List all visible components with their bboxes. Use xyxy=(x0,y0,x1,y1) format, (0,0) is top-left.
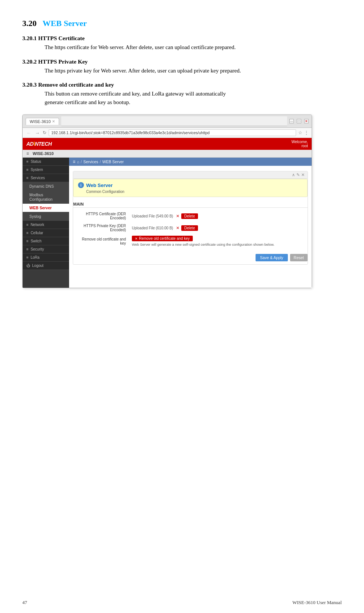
sidebar-label-switch: ≡ Switch xyxy=(26,239,42,243)
subsection-body-line2-3203: generate certificate and key as bootup. xyxy=(45,99,130,105)
sidebar-label-network: ≡ Network xyxy=(26,223,44,227)
manual-title: WISE-3610 User Manual xyxy=(292,600,342,606)
breadcrumb-services: Services xyxy=(83,159,98,164)
table-row-key: HTTPS Private Key (DER Encoded) Uploaded… xyxy=(73,222,308,234)
app-body: ≡ Status ≡ System ≡ Services Dynamic DNS… xyxy=(23,158,312,288)
sidebar-label-services: ≡ Services xyxy=(26,176,45,180)
breadcrumb-sep-2: / xyxy=(100,159,101,164)
subsection-heading-3201: 3.20.1 HTTPS Certificate xyxy=(22,35,342,42)
sidebar-item-modbus[interactable]: Modbus Configuration xyxy=(23,191,69,204)
browser-window-controls: — □ ✕ xyxy=(289,119,309,123)
edit-icon[interactable]: ✎ xyxy=(296,172,300,177)
browser-minimize-btn[interactable]: — xyxy=(289,119,294,123)
section-number: 3.20 xyxy=(22,19,37,28)
app-subheader: ≡ WISE-3610 xyxy=(23,150,312,158)
remove-value: ✕ Remove old certificate and key Web Ser… xyxy=(129,234,308,248)
back-arrow-icon[interactable]: ← xyxy=(26,130,32,136)
sidebar-item-dynamic-dns[interactable]: Dynamic DNS xyxy=(23,182,69,191)
close-box-icon[interactable]: ✕ xyxy=(301,172,305,177)
browser-window: WISE-3610 ✕ — □ ✕ ← → ↻ 192.168.1.1/cgi-… xyxy=(22,114,312,288)
key-delete-button[interactable]: Delete xyxy=(181,225,198,231)
breadcrumb-web-server: WEB Server xyxy=(102,159,124,164)
section-title: WEB Server xyxy=(43,19,87,28)
refresh-icon[interactable]: ↻ xyxy=(43,130,46,135)
cert-file-info: Uploaded File (549.00 B) xyxy=(132,214,173,218)
cert-delete-button[interactable]: Delete xyxy=(181,213,198,219)
browser-navbar: ← → ↻ 192.168.1.1/cgi-bin/luci/;stok=870… xyxy=(23,128,312,138)
sidebar-item-network[interactable]: ≡ Network xyxy=(23,221,69,229)
app-header: AD\NTECH Welcome, root xyxy=(23,138,312,150)
box-header-icons: ∧ ✎ ✕ xyxy=(292,172,305,177)
sidebar-label-status: ≡ Status xyxy=(26,159,41,164)
device-name: WISE-3610 xyxy=(33,151,53,156)
remove-cert-button[interactable]: ✕ Remove old certificate and key xyxy=(132,236,193,241)
browser-tab-close-icon[interactable]: ✕ xyxy=(52,119,55,123)
subsection-body-3203: This button can remove certificate and k… xyxy=(45,90,342,106)
info-box-subtitle: Common Configuration xyxy=(86,190,303,194)
app-header-right: Welcome, root xyxy=(292,140,308,148)
sidebar-label-logout: ⏻ Logout xyxy=(26,264,43,268)
subsection-heading-3202: 3.20.2 HTTPS Private Key xyxy=(22,58,342,65)
remove-x-icon: ✕ xyxy=(135,237,138,241)
sidebar-item-cellular[interactable]: ≡ Cellular xyxy=(23,229,69,237)
address-bar[interactable]: 192.168.1.1/cgi-bin/luci/;stok=87012c893… xyxy=(49,129,296,136)
menu-icon[interactable]: ⋮ xyxy=(304,130,309,135)
app-layout: AD\NTECH Welcome, root ≡ WISE-3610 ≡ St xyxy=(23,138,312,288)
bookmark-icon[interactable]: ☆ xyxy=(298,130,302,135)
save-apply-button[interactable]: Save & Apply xyxy=(256,254,287,261)
cert-x-icon: ✕ xyxy=(176,214,179,218)
key-label: HTTPS Private Key (DER Encoded) xyxy=(73,222,129,234)
sidebar-label-lora: ≡ LoRa xyxy=(26,255,39,259)
key-file-info: Uploaded File (610.00 B) xyxy=(132,226,173,230)
info-box-header: i Web Server xyxy=(78,182,303,188)
info-icon: i xyxy=(78,182,84,188)
remove-label: Remove old certificate and key xyxy=(73,234,129,248)
browser-nav-icons: ☆ ⋮ xyxy=(298,130,309,135)
table-row-remove: Remove old certificate and key ✕ Remove … xyxy=(73,234,308,248)
app-logo: AD\NTECH xyxy=(26,141,52,147)
browser-maximize-btn[interactable]: □ xyxy=(297,119,301,123)
reset-button[interactable]: Reset xyxy=(290,254,308,261)
sidebar-label-system: ≡ System xyxy=(26,168,43,172)
subsection-3201: 3.20.1 HTTPS Certificate The https certi… xyxy=(22,35,342,52)
sidebar-item-web-server[interactable]: WEB Server xyxy=(23,204,69,212)
info-box: i Web Server Common Configuration xyxy=(73,179,308,197)
page-number: 47 xyxy=(22,600,27,606)
key-value: Uploaded File (610.00 B) ✕ Delete xyxy=(129,222,308,234)
welcome-user: root xyxy=(302,144,308,148)
sidebar-item-lora[interactable]: ≡ LoRa xyxy=(23,254,69,262)
browser-close-btn[interactable]: ✕ xyxy=(304,119,309,123)
sidebar-label-syslog: Syslog xyxy=(29,214,41,219)
subsection-body-3201: The https certificate for Web server. Af… xyxy=(45,43,342,52)
remove-note: Web Server will generate a new self-sign… xyxy=(132,242,305,246)
forward-arrow-icon[interactable]: → xyxy=(34,130,40,136)
breadcrumb-home-icon: ≡ xyxy=(73,159,75,164)
main-content: ≡ ⌂ / Services / WEB Server xyxy=(69,158,312,288)
subsection-body-3202: The https private key for Web server. Af… xyxy=(45,67,342,75)
main-section-label: MAIN xyxy=(73,201,308,208)
sidebar-item-syslog[interactable]: Syslog xyxy=(23,212,69,221)
browser-tab-title: WISE-3610 xyxy=(30,119,51,124)
breadcrumb-bar: ≡ ⌂ / Services / WEB Server xyxy=(69,158,312,166)
content-box-header: ∧ ✎ ✕ xyxy=(73,171,308,179)
sidebar-item-security[interactable]: ≡ Security xyxy=(23,245,69,254)
sidebar-item-services[interactable]: ≡ Services xyxy=(23,174,69,182)
form-table: HTTPS Certificate (DER Encoded) Uploaded… xyxy=(73,210,308,248)
subsection-body-line1-3203: This button can remove certificate and k… xyxy=(45,91,226,97)
collapse-icon[interactable]: ∧ xyxy=(292,172,295,177)
cert-label: HTTPS Certificate (DER Encoded) xyxy=(73,210,129,222)
sidebar-item-switch[interactable]: ≡ Switch xyxy=(23,237,69,245)
breadcrumb-sep-1: / xyxy=(81,159,82,164)
table-row-cert: HTTPS Certificate (DER Encoded) Uploaded… xyxy=(73,210,308,222)
sidebar-item-status[interactable]: ≡ Status xyxy=(23,158,69,166)
sidebar-label-modbus: Modbus Configuration xyxy=(29,193,65,201)
sidebar-item-logout[interactable]: ⏻ Logout xyxy=(23,262,69,270)
form-actions: Save & Apply Reset xyxy=(73,254,308,264)
sidebar: ≡ Status ≡ System ≡ Services Dynamic DNS… xyxy=(23,158,69,288)
logo-ad: AD\NTECH xyxy=(26,141,52,147)
hamburger-icon: ≡ xyxy=(26,151,29,156)
content-box: ∧ ✎ ✕ i xyxy=(73,171,308,265)
subsection-3203: 3.20.3 Remove old certificate and key Th… xyxy=(22,81,342,106)
sidebar-item-system[interactable]: ≡ System xyxy=(23,166,69,174)
browser-tab[interactable]: WISE-3610 ✕ xyxy=(26,118,59,125)
